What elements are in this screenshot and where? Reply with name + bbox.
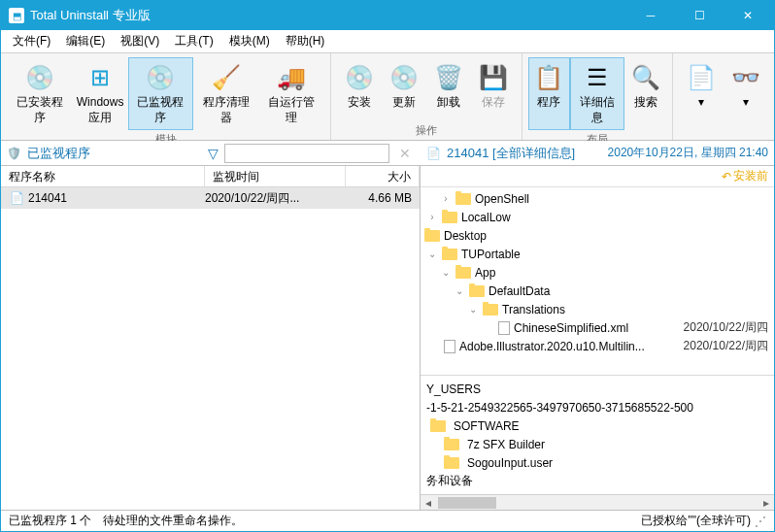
btn-update[interactable]: 💿更新 [382,57,426,121]
tree-item[interactable]: Translations [502,303,565,316]
ribbon-group-modules: 💿已安装程序 ⊞Windows 应用 💿已监视程序 🧹程序清理器 🚚自运行管理 … [1,53,331,140]
expand-icon[interactable]: › [440,193,452,204]
menu-view[interactable]: 视图(V) [113,31,167,51]
row-icon: 📄 [9,190,24,206]
folder-icon [455,193,471,205]
btn-search[interactable]: 🔍搜索 [624,57,666,130]
col-name[interactable]: 程序名称 [1,166,205,186]
ribbon-group-ops: 💿安装 💿更新 🗑️卸载 💾保存 操作 [331,53,522,140]
tree-date: 2020/10/22/周四 [684,319,774,336]
status-bar: 已监视程序 1 个 待处理的文件重命名操作。 已授权给""(全球许可) ⋰ [1,510,774,531]
tree-item[interactable]: TUPortable [461,248,521,261]
resize-grip-icon[interactable]: ⋰ [755,515,766,528]
btn-installed-programs[interactable]: 💿已安装程序 [7,57,72,130]
cd-icon: 💿 [24,62,55,93]
ribbon-label-ops: 操作 [416,121,437,138]
tree-item[interactable]: OpenShell [475,192,529,206]
reg-item[interactable]: SogouInput.user [426,453,768,472]
folder-icon [430,420,446,432]
uninstall-icon: 🗑️ [433,62,464,93]
collapse-icon[interactable]: ⌄ [440,267,452,278]
collapse-icon[interactable]: ⌄ [426,249,438,259]
btn-install[interactable]: 💿安装 [337,57,382,121]
scroll-thumb[interactable] [438,497,496,509]
btn-program-cleaner[interactable]: 🧹程序清理器 [193,57,258,130]
app-title: Total Uninstall 专业版 [30,7,636,24]
reg-item[interactable]: Y_USERS [426,380,768,398]
details-icon: ☰ [582,62,613,93]
tree-item[interactable]: LocalLow [461,211,511,224]
file-icon [444,340,455,353]
left-panel-title: 已监视程序 [27,145,202,162]
col-time[interactable]: 监视时间 [205,166,346,186]
expand-icon[interactable]: › [426,212,438,222]
folder-icon [469,285,485,297]
filter-icon[interactable]: ▽ [208,146,219,161]
menu-modules[interactable]: 模块(M) [221,31,278,51]
menu-file[interactable]: 文件(F) [5,31,58,51]
btn-extra1[interactable]: 📄▾ [679,57,724,124]
before-install-button[interactable]: ↶ 安装前 [722,168,768,184]
ribbon-group-layout: 📋程序 ☰详细信息 🔍搜索 布局 [522,53,673,140]
main-area: 程序名称 监视时间 大小 📄214041 2020/10/22/周四... 4.… [1,166,774,510]
close-button[interactable]: ✕ [733,6,762,25]
tree-item[interactable]: Desktop [444,229,487,243]
panel-header: 🛡️ 已监视程序 ▽ ✕ 📄 214041 [全部详细信息] 2020年10月2… [1,141,774,166]
maximize-button[interactable]: ☐ [685,6,714,25]
left-pane: 程序名称 监视时间 大小 📄214041 2020/10/22/周四... 4.… [1,166,421,510]
btn-windows-apps[interactable]: ⊞Windows 应用 [72,57,127,130]
scroll-right-icon[interactable]: ▸ [758,496,774,510]
btn-details-view[interactable]: ☰详细信息 [570,57,625,130]
file-tree[interactable]: ›OpenShell ›LocalLow Desktop ⌄TUPortable… [421,187,774,375]
ribbon-group-extra: 📄▾ 👓▾ [673,53,774,140]
windows-icon: ⊞ [84,62,116,93]
tree-date: 2020/10/22/周四 [684,338,774,354]
horizontal-scrollbar[interactable]: ◂ ▸ [421,494,774,510]
status-count: 已监视程序 1 个 [9,513,91,529]
collapse-icon[interactable]: ⌄ [454,285,465,296]
search-input[interactable] [224,144,389,163]
reg-item[interactable]: 务和设备 [426,472,768,490]
tree-item[interactable]: ChineseSimplified.xml [514,321,628,335]
clear-search-icon[interactable]: ✕ [395,146,415,161]
reg-item[interactable]: SOFTWARE [426,416,768,435]
program-row[interactable]: 📄214041 2020/10/22/周四... 4.66 MB [1,187,420,209]
folder-icon [442,212,457,223]
update-icon: 💿 [388,62,420,93]
column-headers: 程序名称 监视时间 大小 [1,166,420,187]
tree-item[interactable]: App [475,266,495,280]
col-size[interactable]: 大小 [346,166,420,186]
right-pane-toolbar: ↶ 安装前 [421,166,774,187]
minimize-button[interactable]: ─ [636,6,665,25]
search-icon: 🔍 [630,62,661,93]
note-icon: 📄 [686,62,717,93]
shield-icon: 🛡️ [7,147,21,160]
glasses-icon: 👓 [730,62,761,93]
reg-item[interactable]: -1-5-21-2549322565-3497970650-3715685522… [426,398,768,416]
right-panel-date: 2020年10月22日, 星期四 21:40 [608,145,768,161]
registry-list[interactable]: Y_USERS -1-5-21-2549322565-3497970650-37… [421,375,774,494]
file-icon [498,321,510,335]
reg-item[interactable]: 7z SFX Builder [426,435,768,453]
btn-uninstall[interactable]: 🗑️卸载 [426,57,471,121]
scroll-left-icon[interactable]: ◂ [421,496,436,510]
folder-icon [483,304,498,316]
btn-program-view[interactable]: 📋程序 [528,57,570,130]
file-icon: 📄 [426,147,441,160]
btn-autorun[interactable]: 🚚自运行管理 [259,57,324,130]
menu-edit[interactable]: 编辑(E) [58,31,113,51]
autorun-icon: 🚚 [276,62,307,93]
row-name: 214041 [28,191,67,205]
status-license: 已授权给""(全球许可) [641,513,751,529]
tree-item[interactable]: DefaultData [489,284,550,298]
menu-help[interactable]: 帮助(H) [278,31,333,51]
menu-tools[interactable]: 工具(T) [167,31,220,51]
status-msg: 待处理的文件重命名操作。 [103,513,243,529]
collapse-icon[interactable]: ⌄ [467,304,479,315]
btn-monitored-programs[interactable]: 💿已监视程序 [128,57,193,130]
btn-extra2[interactable]: 👓▾ [724,57,768,124]
ribbon: 💿已安装程序 ⊞Windows 应用 💿已监视程序 🧹程序清理器 🚚自运行管理 … [1,53,774,141]
tree-item[interactable]: Adobe.Illustrator.2020.u10.Multilin... [459,340,645,353]
right-pane: ↶ 安装前 ›OpenShell ›LocalLow Desktop ⌄TUPo… [421,166,774,510]
folder-icon [444,457,459,469]
